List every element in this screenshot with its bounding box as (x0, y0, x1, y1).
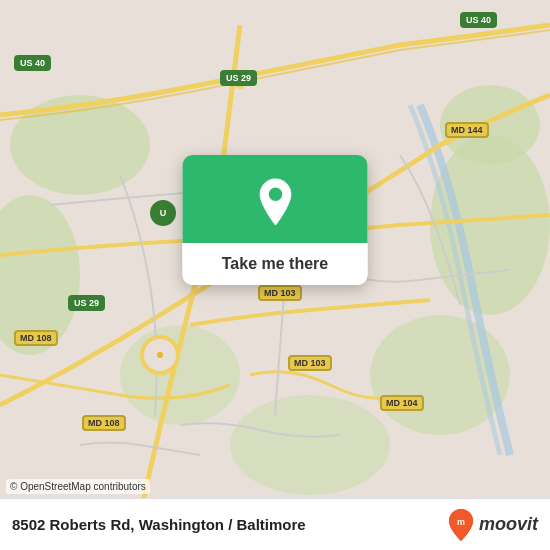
route-badge-us29-top: US 29 (220, 70, 257, 86)
route-badge-md108-m: MD 108 (14, 330, 58, 346)
route-badge-us29-mid: US 29 (68, 295, 105, 311)
popup-header (183, 155, 368, 243)
svg-point-11 (268, 188, 281, 201)
take-me-there-button[interactable]: Take me there (183, 243, 368, 285)
svg-point-7 (230, 395, 390, 495)
route-badge-md103-b: MD 103 (288, 355, 332, 371)
map-container: US 40 US 40 US 29 US 29 MD 103 MD 103 MD… (0, 0, 550, 550)
moovit-wordmark: moovit (479, 514, 538, 535)
route-badge-us40-tr: US 40 (460, 12, 497, 28)
svg-text:m: m (457, 517, 465, 527)
route-badge-us40-tl: US 40 (14, 55, 51, 71)
route-badge-md103-r: MD 103 (258, 285, 302, 301)
location-pin-icon (253, 177, 297, 227)
route-badge-md104: MD 104 (380, 395, 424, 411)
address-label: 8502 Roberts Rd, Washington / Baltimore (12, 516, 306, 533)
route-badge-md108-bl: MD 108 (82, 415, 126, 431)
bottom-bar: 8502 Roberts Rd, Washington / Baltimore … (0, 498, 550, 550)
osm-attribution: © OpenStreetMap contributors (6, 479, 150, 494)
route-badge-u: U (150, 200, 176, 226)
moovit-pin-icon: m (447, 508, 475, 542)
moovit-logo: m moovit (447, 508, 538, 542)
location-popup: Take me there (183, 155, 368, 285)
route-badge-md144: MD 144 (445, 122, 489, 138)
svg-point-10 (157, 352, 163, 358)
